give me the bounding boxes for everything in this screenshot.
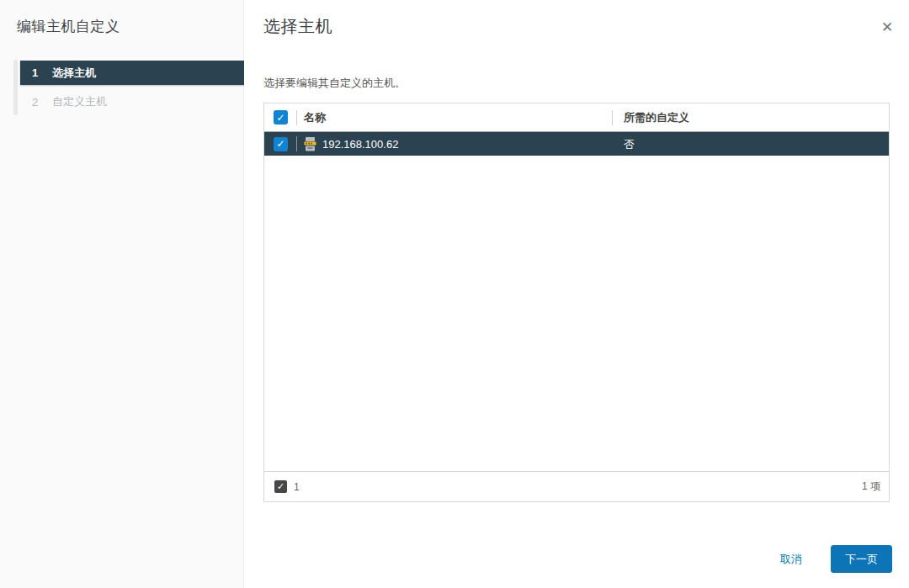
table-footer: ✓ 1 1 项 (264, 471, 889, 501)
total-items-label: 1 项 (862, 479, 880, 494)
table-header-row: ✓ 名称 所需的自定义 (264, 103, 889, 132)
table-body-empty (264, 156, 889, 471)
step-track (13, 60, 18, 115)
row-name-cell: 192.168.100.62 (297, 136, 613, 151)
page-description: 选择要编辑其自定义的主机。 (263, 76, 406, 91)
column-header-required-customization[interactable]: 所需的自定义 (613, 109, 889, 125)
check-icon: ✓ (277, 482, 284, 491)
host-table: ✓ 名称 所需的自定义 ✓ (263, 103, 890, 502)
step-number: 1 (32, 66, 52, 79)
close-icon[interactable]: ✕ (877, 17, 897, 37)
wizard-step-customize-host: 2 自定义主机 (20, 91, 244, 113)
page-title: 选择主机 (263, 15, 332, 38)
step-label: 自定义主机 (52, 94, 107, 109)
host-icon (304, 136, 316, 151)
selected-count-checkbox-icon: ✓ (274, 480, 287, 493)
step-label: 选择主机 (52, 66, 96, 81)
row-checkbox[interactable]: ✓ (274, 137, 288, 151)
selected-count: 1 (294, 481, 300, 493)
wizard-sidebar: 编辑主机自定义 1 选择主机 2 自定义主机 (0, 0, 244, 588)
dialog-title: 编辑主机自定义 (17, 17, 120, 36)
next-button[interactable]: 下一页 (831, 545, 892, 573)
row-select-cell: ✓ (264, 137, 297, 151)
table-row[interactable]: ✓ (264, 132, 889, 156)
required-customization-value: 否 (624, 138, 635, 151)
host-name: 192.168.100.62 (322, 138, 398, 151)
cancel-button[interactable]: 取消 (780, 552, 802, 567)
step-number: 2 (32, 96, 52, 109)
check-icon: ✓ (276, 139, 284, 149)
select-all-cell: ✓ (264, 110, 297, 124)
wizard-actions: 取消 下一页 (780, 545, 892, 573)
row-required-customization-cell: 否 (613, 136, 889, 152)
wizard-content-panel: 选择主机 ✕ 选择要编辑其自定义的主机。 ✓ 名称 所需的自定义 ✓ (244, 0, 909, 588)
select-all-checkbox[interactable]: ✓ (274, 110, 288, 124)
column-header-name[interactable]: 名称 (297, 109, 613, 125)
check-icon: ✓ (276, 113, 284, 123)
wizard-step-select-host[interactable]: 1 选择主机 (20, 61, 244, 85)
